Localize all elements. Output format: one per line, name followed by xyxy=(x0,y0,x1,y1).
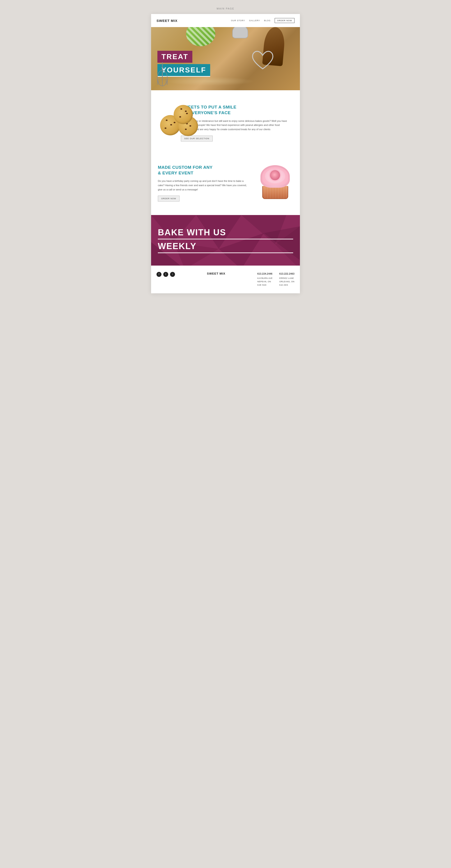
cookie-2 xyxy=(174,105,193,124)
bake-title: BAKE WITH US WEEKLY xyxy=(158,227,293,253)
hero-flour xyxy=(165,77,255,86)
footer-phone-1: 613.224.2446 xyxy=(257,272,272,276)
nav-our-story[interactable]: OUR STORY xyxy=(231,20,245,22)
cupcake-base xyxy=(262,186,288,199)
footer-address2-line1: ERRIEZ LANE xyxy=(280,277,294,280)
footer-address1-line2: NEPEAN, ON xyxy=(257,280,272,283)
order-now-button[interactable]: ORDER NOW xyxy=(158,196,180,202)
bake-section: BAKE WITH US WEEKLY xyxy=(151,215,300,265)
footer-brand: SWEET MIX xyxy=(182,272,251,275)
sweets-title: SWEETS TO PUT A SMILE ON EVERYONE'S FACE xyxy=(181,104,293,116)
hero-muffin-cup xyxy=(232,27,250,41)
footer-address2-line3: K4A 6K5 xyxy=(280,283,294,287)
social-icon-facebook[interactable]: f xyxy=(157,272,161,277)
footer-contacts: 613.224.2446 KAYBURN AVE NEPEAN, ON K2E … xyxy=(257,272,294,287)
sweets-content: SWEETS TO PUT A SMILE ON EVERYONE'S FACE… xyxy=(181,104,293,141)
sweets-section: SWEETS TO PUT A SMILE ON EVERYONE'S FACE… xyxy=(151,90,300,156)
footer-phone-2: 613.222.2463 xyxy=(280,272,294,276)
cupcake-rose xyxy=(270,170,280,180)
hero-section: TREAT YOURSELF xyxy=(151,27,300,90)
cupcake-image xyxy=(257,165,293,201)
nav-logo: SWEET MIX xyxy=(157,19,178,23)
nav-order-button[interactable]: ORDER NOW xyxy=(275,18,294,23)
footer-address2-line2: ORLEANS, ON xyxy=(280,280,294,283)
hero-heart-cutter xyxy=(250,50,275,73)
footer-address1-line3: K2E 5G9 xyxy=(257,283,272,287)
custom-section: MADE CUSTOM FOR ANY & EVERY EVENT Do you… xyxy=(151,156,300,215)
hero-whisk xyxy=(155,60,170,90)
instagram-icon: i xyxy=(172,273,173,276)
cookies-image xyxy=(158,101,174,145)
footer-contact-2: 613.222.2463 ERRIEZ LANE ORLEANS, ON K4A… xyxy=(280,272,294,287)
nav-gallery[interactable]: GALLERY xyxy=(249,20,260,22)
footer: f t i SWEET MIX 613.224.2446 KAYBURN AVE… xyxy=(151,266,300,293)
social-icon-instagram[interactable]: i xyxy=(170,272,175,277)
custom-content: MADE CUSTOM FOR ANY & EVERY EVENT Do you… xyxy=(158,165,250,202)
footer-contact-1: 613.224.2446 KAYBURN AVE NEPEAN, ON K2E … xyxy=(257,272,272,287)
twitter-icon: t xyxy=(165,273,166,276)
navigation: SWEET MIX OUR STORY GALLERY BLOG ORDER N… xyxy=(151,14,300,27)
facebook-icon: f xyxy=(159,273,159,276)
page-title: MAIN PAGE xyxy=(217,7,234,10)
footer-address1-line1: KAYBURN AVE xyxy=(257,277,272,280)
footer-social: f t i xyxy=(157,272,175,277)
browser-window: SWEET MIX OUR STORY GALLERY BLOG ORDER N… xyxy=(151,14,300,293)
footer-logo: SWEET MIX xyxy=(182,272,251,275)
nav-links: OUR STORY GALLERY BLOG ORDER NOW xyxy=(231,18,294,23)
nav-blog[interactable]: BLOG xyxy=(264,20,270,22)
cupcake-wrapper xyxy=(258,165,292,199)
custom-body: Do you have a birthday party coming up a… xyxy=(158,179,250,192)
custom-title: MADE CUSTOM FOR ANY & EVERY EVENT xyxy=(158,165,250,176)
see-selection-button[interactable]: SEE OUR SELECTION xyxy=(181,135,213,142)
social-icon-twitter[interactable]: t xyxy=(163,272,168,277)
